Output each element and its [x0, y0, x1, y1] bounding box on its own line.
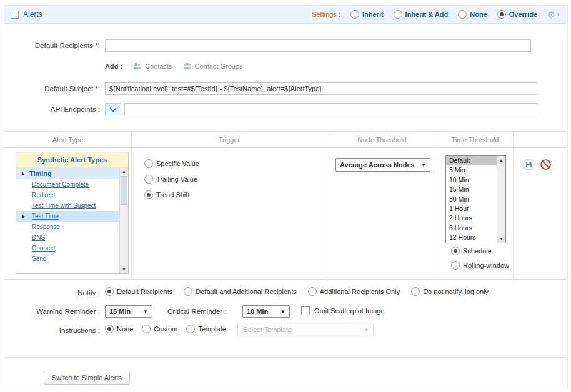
trigger-options: Specific Value Trailing Value Trend Shif… [144, 159, 199, 199]
alert-type-scrollbar[interactable]: ▲ ▼ [119, 167, 128, 273]
column-header-actions [514, 132, 567, 148]
time-threshold-option[interactable]: Default [446, 156, 497, 165]
notify-option-label: Do not notify, log only [423, 288, 489, 295]
critical-reminder-select[interactable]: 10 Min ▼ [242, 305, 290, 318]
scrollbar-thumb[interactable] [121, 176, 127, 205]
add-contacts-link[interactable]: Contacts [132, 62, 172, 70]
time-threshold-option[interactable]: 15 Min [446, 185, 497, 194]
scroll-down-button[interactable]: ▼ [120, 265, 128, 273]
trigger-cell: Specific Value Trailing Value Trend Shif… [132, 148, 327, 280]
instructions-option-label: None [117, 325, 133, 333]
radio-icon [451, 247, 460, 255]
warning-reminder-select[interactable]: 15 Min ▼ [105, 305, 152, 318]
switch-to-simple-alerts-button[interactable]: Switch to Simple Alerts [44, 371, 130, 385]
notify-option-default-and-additional[interactable]: Default and Additional Recipients [184, 287, 296, 296]
scroll-up-button[interactable]: ▲ [120, 167, 128, 175]
alert-types-title: Synthetic Alert Types [16, 152, 128, 167]
node-threshold-select[interactable]: Average Across Nodes ▼ [335, 158, 430, 172]
scroll-up-icon: ▲ [499, 158, 504, 162]
alert-type-item[interactable]: Redirect [16, 190, 119, 200]
time-threshold-option[interactable]: 1 Hour [446, 204, 497, 213]
settings-option-override[interactable]: Override [497, 10, 537, 19]
default-recipients-label: Default Recipients *: [5, 42, 100, 49]
add-row: Add : Contacts Contact Groups [105, 62, 243, 70]
radio-icon [144, 190, 153, 199]
scroll-down-button[interactable]: ▼ [497, 235, 505, 243]
column-header-node-threshold: Node Threshold [327, 132, 437, 148]
settings-option-inherit-add[interactable]: Inherit & Add [394, 10, 449, 19]
time-threshold-option[interactable]: 30 Min [446, 195, 497, 204]
notify-option-log-only[interactable]: Do not notify, log only [411, 287, 489, 296]
time-mode-rolling-window[interactable]: Rolling-window [451, 261, 509, 270]
time-threshold-option[interactable]: 5 Min [446, 165, 497, 175]
section-title: Alerts [23, 10, 42, 19]
settings-option-inherit[interactable]: Inherit [350, 10, 384, 19]
cancel-icon [540, 159, 552, 170]
default-subject-label: Default Subject *: [5, 85, 100, 92]
notify-option-additional-only[interactable]: Additional Recipients Only [308, 287, 400, 296]
instructions-option-custom[interactable]: Custom [142, 325, 177, 333]
time-threshold-option[interactable]: 6 Hours [446, 223, 497, 233]
node-threshold-value: Average Across Nodes [340, 161, 415, 169]
radio-icon [184, 287, 192, 296]
alert-type-item[interactable]: Send [16, 253, 119, 264]
radio-icon [142, 325, 151, 333]
alert-type-group-timing[interactable]: ▲ Timing [16, 167, 119, 179]
save-floppy-icon [523, 159, 535, 170]
save-button[interactable] [522, 158, 535, 170]
notify-option-default-recipients[interactable]: Default Recipients [105, 287, 172, 296]
alert-type-item[interactable]: Document Complete [16, 179, 119, 190]
alert-type-listbox: Synthetic Alert Types ▲ Timing Document … [16, 152, 129, 274]
radio-icon [458, 10, 467, 19]
radio-icon [144, 159, 153, 168]
checkbox-icon [301, 306, 310, 315]
settings-menu-button[interactable]: ⚙ ▾ [547, 10, 560, 19]
trigger-option-trailing-value[interactable]: Trailing Value [144, 175, 199, 184]
settings-option-label: Inherit & Add [405, 11, 449, 18]
radio-icon [105, 287, 114, 296]
omit-scatterplot-checkbox-row[interactable]: Omit Scatterplot Image [301, 306, 385, 315]
alert-type-item[interactable]: Response [16, 222, 119, 232]
warning-reminder-label: Warning Reminder : [5, 308, 100, 315]
default-recipients-input[interactable] [105, 39, 531, 52]
cancel-button[interactable] [539, 158, 552, 170]
scroll-up-icon: ▲ [122, 169, 126, 174]
settings-option-none[interactable]: None [458, 10, 487, 19]
time-threshold-option[interactable]: 12 Hours [446, 233, 497, 242]
scroll-up-button[interactable]: ▲ [497, 156, 505, 164]
scroll-down-icon: ▼ [499, 237, 504, 241]
alert-type-item[interactable]: Test Time with Suspect [16, 200, 119, 211]
time-threshold-option[interactable]: 10 Min [446, 175, 497, 185]
alert-rules-table: Alert Type Trigger Node Threshold Time T… [4, 131, 567, 280]
critical-reminder-label: Critical Reminder : [167, 308, 227, 315]
trigger-option-label: Specific Value [156, 160, 199, 167]
column-header-time-threshold: Time Threshold [437, 132, 514, 148]
add-contact-groups-link[interactable]: Contact Groups [182, 62, 243, 70]
instructions-option-none[interactable]: None [105, 325, 133, 333]
default-subject-input[interactable] [105, 82, 537, 95]
api-endpoints-dropdown-button[interactable] [105, 103, 121, 115]
alert-type-cell: Synthetic Alert Types ▲ Timing Document … [4, 148, 132, 280]
alert-type-item[interactable]: DNS [16, 232, 119, 243]
trigger-option-trend-shift[interactable]: Trend Shift [144, 190, 199, 199]
warning-reminder-value: 15 Min [109, 308, 131, 315]
chevron-down-icon: ▾ [557, 11, 560, 17]
notify-option-label: Default Recipients [117, 288, 172, 295]
collapse-arrow-icon: ▲ [21, 171, 25, 175]
time-threshold-option[interactable]: 2 Hours [446, 213, 497, 223]
settings-label: Settings : [312, 11, 340, 18]
instructions-option-template[interactable]: Template [186, 325, 226, 333]
caret-down-icon: ▼ [421, 162, 426, 168]
collapse-section-icon[interactable] [11, 11, 19, 19]
trigger-option-specific-value[interactable]: Specific Value [144, 159, 199, 168]
alert-type-group-label: Timing [29, 170, 52, 177]
time-threshold-scrollbar[interactable]: ▲ ▼ [497, 156, 505, 243]
alert-type-item[interactable]: Connect [16, 243, 119, 253]
select-template-dropdown[interactable]: Select Template ▾ [237, 323, 374, 336]
alert-type-item[interactable]: Test Time [16, 211, 119, 222]
time-mode-label: Rolling-window [463, 262, 509, 269]
api-endpoints-input[interactable] [124, 103, 537, 115]
time-mode-schedule[interactable]: Schedule [451, 247, 492, 255]
settings-option-label: Override [509, 11, 537, 18]
radio-icon [411, 287, 420, 296]
